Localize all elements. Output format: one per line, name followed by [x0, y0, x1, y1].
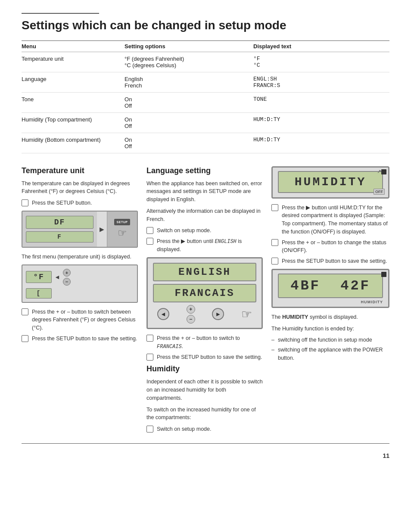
menu-cell: Language — [22, 72, 125, 92]
humidity-symbol-text: The HUMIDITY symbol is displayed. — [271, 313, 389, 321]
temp-bullets-1: Press the SETUP button. — [22, 199, 138, 207]
col-options: Setting options — [125, 41, 253, 52]
checkbox-icon — [271, 258, 278, 264]
humidity-temp-screen: 4BF 42F — [278, 274, 383, 298]
menu-cell: Tone — [22, 92, 125, 112]
dash-text: switching off the function in setup mode — [278, 336, 372, 344]
temp-display-2: °F ◄ + − [ — [22, 264, 138, 303]
table-row: Humidity (Top compartment) OnOff HUM:D:T… — [22, 112, 389, 133]
right-nav-button[interactable]: ► — [212, 308, 224, 320]
ts-row-1: °F ◄ + − — [26, 269, 134, 286]
table-row: Language EnglishFrench ENGL:SHFRANCR:S — [22, 72, 389, 92]
bullet-text: Press the SETUP button to save the setti… — [157, 353, 262, 361]
displayed-cell: TONE — [253, 92, 389, 112]
bullet-text: Switch on setup mode. — [157, 425, 211, 433]
language-body1: When the appliance has been switched on,… — [146, 180, 263, 204]
left-arrow-icon: ◄ — [54, 274, 60, 280]
ts-screen-f: °F — [26, 271, 52, 283]
minus-button[interactable]: − — [63, 278, 71, 286]
temp-screen-bottom: F — [26, 231, 93, 243]
corner-arrows-icon: ↗ — [377, 168, 381, 174]
corner-indicator — [381, 169, 386, 174]
page-title: Settings which can be changed in setup m… — [22, 18, 389, 33]
language-display: ENGLISH FRANCAIS ◄ + − ► ☞ — [146, 257, 263, 329]
temp-caption: The first menu (temperature unit) is dis… — [22, 253, 138, 261]
top-decorative-line — [22, 13, 99, 14]
options-cell: °F (degrees Fahrenheit)°C (degrees Celsi… — [125, 52, 253, 72]
temp-display-1: DF F ▶ SETUP ☞ — [22, 211, 138, 248]
bullet-text: Press the + or – button to switch to FRA… — [157, 334, 263, 351]
off-label: OFF — [374, 189, 385, 195]
options-cell: EnglishFrench — [125, 72, 253, 92]
bullet-text: Press the ▶ button until HUM:D:TY for th… — [282, 204, 389, 236]
english-screen: ENGLISH — [153, 263, 256, 281]
table-row: Humidity (Bottom compartment) OnOff HUM:… — [22, 133, 389, 153]
left-nav-button[interactable]: ◄ — [157, 308, 169, 320]
checkbox-icon — [146, 426, 153, 432]
settings-table: Menu Setting options Displayed text Temp… — [22, 41, 389, 153]
bullet-item: Press the SETUP button to save the setti… — [146, 353, 263, 361]
bullet-text: Press the SETUP button. — [32, 199, 92, 207]
language-title: Language setting — [146, 166, 263, 175]
content-columns: Temperature unit The temperature can be … — [22, 166, 389, 437]
checkbox-icon — [146, 238, 153, 245]
humidity-body1: Independent of each other it is possible… — [146, 378, 263, 402]
checkbox-icon — [146, 354, 153, 361]
bullet-text: Press the + or – button to change the st… — [282, 239, 389, 255]
bullet-item: Press the + or – button to switch to FRA… — [146, 334, 263, 351]
bullet-text: Press the ▶ button until ENGLISH is disp… — [157, 237, 263, 254]
humidity-detail-bullets: Press the ▶ button until HUM:D:TY for th… — [271, 204, 389, 265]
language-column: Language setting When the appliance has … — [146, 166, 263, 437]
bullet-item: Press the SETUP button to save the setti… — [271, 257, 389, 265]
humidity-body2: To switch on the increased humidity for … — [146, 406, 263, 422]
temp-unit-body: The temperature can be displayed in degr… — [22, 180, 138, 196]
plus-button[interactable]: + — [63, 269, 71, 277]
bullet-item: Press the + or – button to switch betwee… — [22, 308, 138, 332]
humidity-temp-display: 4BF 42F HUMIDITY — [271, 269, 389, 308]
dash-item: switching off the appliance with the POW… — [271, 346, 389, 362]
menu-cell: Humidity (Bottom compartment) — [22, 133, 125, 153]
bullet-item: Press the SETUP button. — [22, 199, 138, 207]
humidity-main-display: ↗ HUMIDITY OFF — [271, 166, 389, 199]
humidity-screen: HUMIDITY — [278, 171, 383, 193]
arrow-container: ▶ — [97, 212, 107, 247]
setup-panel: SETUP ☞ — [107, 212, 137, 247]
nav-arrows: ◄ + − ► ☞ — [153, 305, 256, 324]
minus-button[interactable]: − — [187, 315, 195, 324]
checkbox-icon — [22, 335, 28, 342]
humidity-title: Humidity — [146, 364, 263, 373]
dash-text: switching off the appliance with the POW… — [278, 346, 389, 362]
bullet-item: Press the ▶ button until ENGLISH is disp… — [146, 237, 263, 254]
language-body2: Alternatively the information can be dis… — [146, 207, 263, 224]
temp-screens: DF F — [22, 212, 97, 247]
options-cell: OnOff — [125, 92, 253, 112]
corner-indicator — [381, 272, 386, 277]
checkbox-icon — [146, 227, 153, 234]
bullet-item: Press the + or – button to change the st… — [271, 239, 389, 255]
page-number: 11 — [22, 452, 389, 459]
menu-cell: Humidity (Top compartment) — [22, 112, 125, 133]
ts-row-2: [ — [26, 288, 134, 299]
displayed-cell: ENGL:SHFRANCR:S — [253, 72, 389, 92]
plus-minus-group: + − — [63, 269, 71, 286]
language-bullets: Switch on setup mode. Press the ▶ button… — [146, 227, 263, 254]
language-bullets-2: Press the + or – button to switch to FRA… — [146, 334, 263, 361]
displayed-cell: HUM:D:TY — [253, 133, 389, 153]
plus-button[interactable]: + — [187, 305, 195, 314]
bullet-item: Press the ▶ button until HUM:D:TY for th… — [271, 204, 389, 236]
options-cell: OnOff — [125, 112, 253, 133]
checkbox-icon — [22, 199, 28, 206]
checkbox-icon — [271, 239, 278, 246]
bullet-item: Switch on setup mode. — [146, 227, 263, 235]
humidity-ended-text: The Humidity function is ended by: — [271, 325, 389, 333]
temp-screen-top: DF — [26, 216, 93, 229]
checkbox-icon — [22, 308, 28, 315]
table-row: Tone OnOff TONE — [22, 92, 389, 112]
hand-icon: ☞ — [118, 227, 127, 239]
bullet-item: Switch on setup mode. — [146, 425, 263, 433]
bullet-text: Switch on setup mode. — [157, 227, 211, 235]
temp-unit-title: Temperature unit — [22, 166, 138, 175]
bullet-text: Press the + or – button to switch betwee… — [32, 308, 138, 332]
bullet-text: Press the SETUP button to save the setti… — [282, 257, 387, 265]
col-displayed: Displayed text — [253, 41, 389, 52]
